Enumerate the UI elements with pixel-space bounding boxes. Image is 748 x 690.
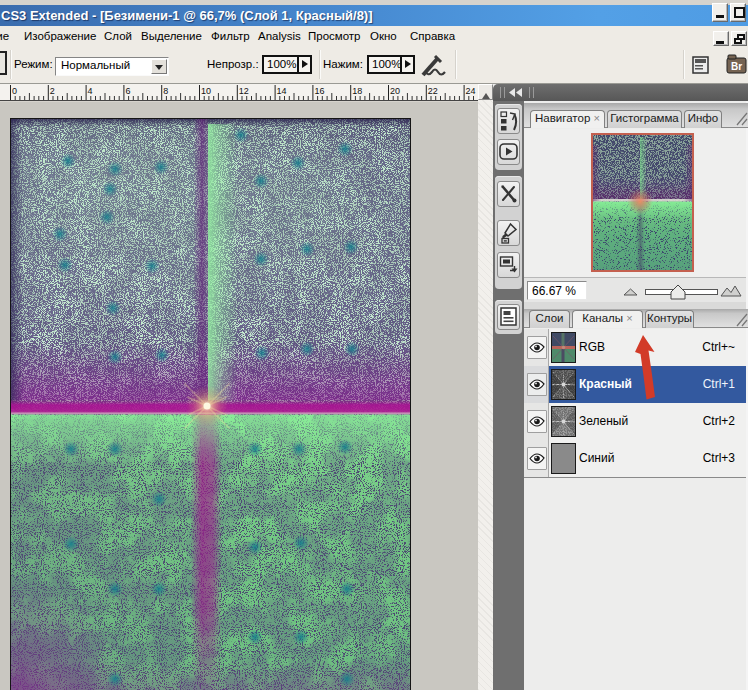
svg-text:16: 16 — [314, 86, 324, 96]
svg-text:10: 10 — [201, 86, 211, 96]
svg-text:12: 12 — [239, 86, 249, 96]
svg-text:2: 2 — [50, 86, 55, 96]
svg-text:4: 4 — [88, 86, 93, 96]
svg-text:8: 8 — [163, 86, 168, 96]
svg-text:18: 18 — [352, 86, 362, 96]
svg-text:Br: Br — [731, 61, 742, 72]
svg-text:6: 6 — [125, 86, 130, 96]
svg-text:14: 14 — [277, 86, 287, 96]
svg-text:24: 24 — [466, 86, 476, 96]
svg-text:20: 20 — [390, 86, 400, 96]
svg-text:22: 22 — [428, 86, 438, 96]
svg-text:0: 0 — [12, 86, 17, 96]
